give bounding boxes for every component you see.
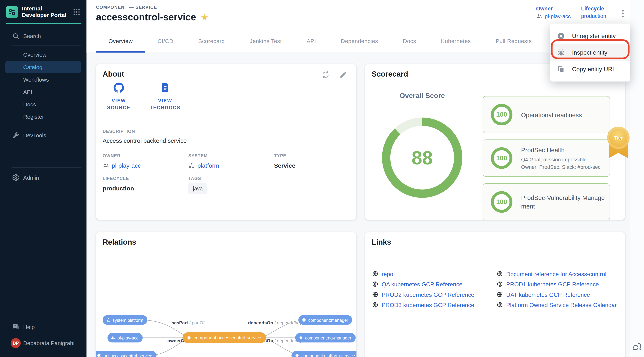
check-title: ProdSec Health [521,146,606,154]
graph-node-pl-play-acc[interactable]: pl-play-acc [108,333,142,342]
sidebar-divider [12,126,81,126]
refresh-icon[interactable] [322,71,330,79]
tab-pull-requests[interactable]: Pull Requests [483,30,544,52]
menu-item-inspect-entity[interactable]: Inspect entity [550,44,630,61]
menu-item-copy-entity-url[interactable]: Copy entity URL [550,61,630,78]
external-link-repo[interactable]: repo [372,269,474,279]
check-score: 100 [491,191,512,213]
sidebar-item-label: Register [23,114,44,120]
brand-title: Internal Developer Portal [22,6,68,18]
lifecycle-label: Lifecycle [581,6,606,12]
sidebar-footer: ? Help DP Debabrata Panigrahi [0,320,86,352]
check-score: 100 [491,148,512,169]
component-icon [298,336,303,340]
link-label: PROD1 kubernetes GCP Reference [506,281,599,288]
brand-row: Internal Developer Portal [0,0,86,18]
graph-node-label: component:platform-service [302,353,355,357]
graph-node-component-platform-service[interactable]: component:platform-service [292,351,356,357]
group-icon [536,13,543,20]
header-lifecycle: Lifecycle production [581,6,606,19]
field-link[interactable]: pl-play-acc [103,162,181,169]
external-link-platform-owned-service-release-calendar[interactable]: Platform Owned Service Release Calendar [496,300,616,310]
tab-jenkins-test[interactable]: Jenkins Test [237,30,294,52]
tab-ci-cd[interactable]: CI/CD [145,30,186,52]
tab-dependencies[interactable]: Dependencies [328,30,390,52]
about-field-tags: TAGSjava [188,176,267,194]
sidebar-item-help[interactable]: ? Help [0,320,86,334]
graph-node-component-ng-manager[interactable]: component:ng-manager [295,333,355,342]
external-link-prod3-kubernetes-gcp-reference[interactable]: PROD3 kubernetes GCP Reference [372,300,474,310]
sidebar-item-api[interactable]: API [0,86,86,98]
globe-icon [496,292,503,298]
apps-grid-icon[interactable] [72,8,81,16]
help-chat-icon: ? [12,323,20,331]
lifecycle-value: production [581,13,606,19]
links-card: Links repoQA kubernetes GCP ReferencePRO… [365,232,625,357]
external-link-prod2-kubernetes-gcp-reference[interactable]: PROD2 kubernetes GCP Reference [372,289,474,300]
graph-node-system-platform[interactable]: system:platform [103,315,148,324]
link-label: Platform Owned Service Release Calendar [506,302,617,308]
external-link-qa-kubernetes-gcp-reference[interactable]: QA kubernetes GCP Reference [372,279,474,289]
graph-node-label: api:accesscontrol-service [104,353,152,357]
tab-overview[interactable]: Overview [96,30,145,52]
scorecard-card: Scorecard Overall Score 88 100Operationa… [365,64,625,220]
graph-node-component-manager[interactable]: component:manager [298,315,352,324]
user-avatar: DP [11,338,21,348]
description-value: Access control backend service [103,137,187,144]
field-label: OWNER [103,153,181,158]
menu-item-unregister-entity[interactable]: Unregister entity [550,28,630,44]
globe-icon [372,271,378,277]
field-link[interactable]: platform [188,162,267,169]
globe-icon [372,302,378,308]
scorecard-check-prodsec-vulnerability-management: 100ProdSec-Vulnerability Management [483,183,610,220]
sidebar-item-devtools[interactable]: DevTools [0,129,86,142]
quick-link-label: VIEWTECHDOCS [146,97,184,112]
favorite-star-icon[interactable]: ★ [201,13,208,22]
sidebar-item-admin[interactable]: Admin [0,172,86,184]
tab-docs[interactable]: Docs [390,30,428,52]
field-value: Service [274,162,352,169]
sidebar-item-docs[interactable]: Docs [0,98,86,110]
field-label: SYSTEM [188,153,267,158]
about-field-system: SYSTEMplatform [188,153,267,169]
more-options-kebab-icon[interactable] [618,8,628,20]
sidebar-item-label: Catalog [23,64,42,70]
external-link-document-reference-for-access-control[interactable]: Document reference for Access-control [496,269,616,279]
feedback-chat-icon[interactable] [632,342,643,353]
owner-link[interactable]: pl-play-acc [545,13,571,19]
sidebar-item-catalog[interactable]: Catalog [6,61,81,74]
link-label: UAT kubernetes GCP Reference [506,291,590,298]
external-link-prod1-kubernetes-gcp-reference[interactable]: PROD1 kubernetes GCP Reference [496,279,616,289]
sidebar-divider [12,167,81,168]
tab-kubernetes[interactable]: Kubernetes [428,30,483,52]
scorecard-check-operational-readiness: 100Operational readiness [483,96,610,133]
system-icon [106,318,110,322]
sidebar-item-label: DevTools [23,132,46,138]
sidebar-divider [12,45,81,46]
tab-scorecard[interactable]: Scorecard [186,30,237,52]
entity-kind-breadcrumb: COMPONENT — SERVICE [96,4,157,10]
sidebar-user[interactable]: DP Debabrata Panigrahi [0,334,86,352]
header-owner: Owner pl-play-acc [536,6,570,20]
docs-icon [160,82,170,93]
graph-node-api-accesscontrol-service[interactable]: api:accesscontrol-service [96,351,156,357]
tab-api[interactable]: API [294,30,328,52]
graph-node-label: pl-play-acc [118,335,138,340]
view-techdocs-link[interactable]: VIEWTECHDOCS [149,82,181,111]
globe-icon [496,271,503,277]
api-icon [97,353,101,357]
external-link-uat-kubernetes-gcp-reference[interactable]: UAT kubernetes GCP Reference [496,289,616,300]
sidebar-item-overview[interactable]: Overview [0,48,86,61]
tag-chip[interactable]: java [188,183,208,194]
copy-icon [557,65,565,73]
sidebar-item-search[interactable]: Search [0,30,86,42]
view-source-link[interactable]: VIEWSOURCE [103,82,135,111]
sidebar-item-register[interactable]: Register [0,110,86,123]
content-area: About VIEWSOURCEVIEWTECHDOCS DESCRIPTION… [86,53,644,357]
edit-pencil-icon[interactable] [339,71,347,79]
sidebar-item-workflows[interactable]: Workflows [0,73,86,86]
link-label: PROD2 kubernetes GCP Reference [382,291,474,298]
brand-accent-divider [6,23,81,24]
graph-node-component-accesscontrol-service[interactable]: component:accesscontrol-service [182,332,266,343]
menu-item-label: Copy entity URL [572,66,616,72]
